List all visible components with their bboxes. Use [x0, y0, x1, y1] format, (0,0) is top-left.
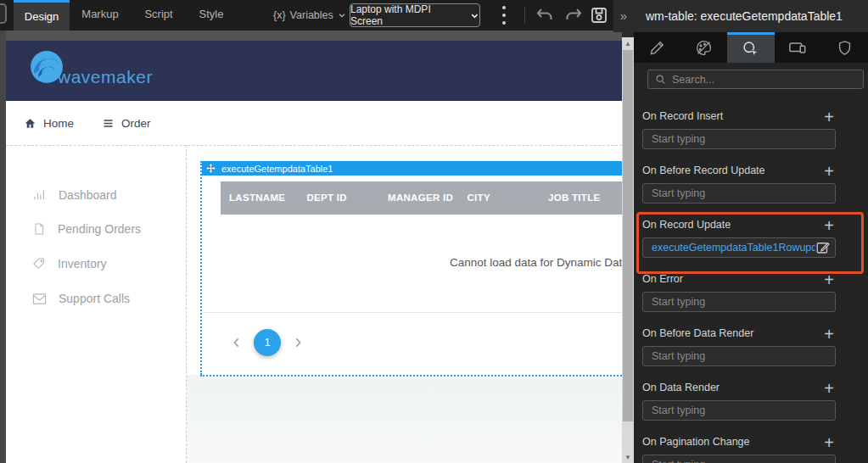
home-icon [24, 117, 36, 130]
add-event-button[interactable]: + [820, 107, 837, 127]
sidebar-item-inventory[interactable]: Inventory [32, 257, 107, 271]
canvas-frame [0, 31, 622, 41]
event-input[interactable] [642, 292, 836, 312]
event-input[interactable] [642, 400, 836, 421]
event-label: On Record Insert [642, 110, 723, 122]
selected-widget-titlebar[interactable]: executeGetempdataTable1 [202, 161, 622, 176]
tab-style[interactable]: Style [190, 0, 232, 31]
envelope-icon [32, 293, 47, 305]
add-event-button[interactable]: + [820, 161, 837, 181]
panel-tab-styles[interactable] [680, 32, 727, 63]
panel-tab-devices[interactable] [775, 32, 821, 63]
variables-menu[interactable]: {x} Variables [273, 0, 346, 31]
column-header[interactable]: LASTNAME [229, 181, 304, 215]
add-event-button[interactable]: + [820, 378, 837, 399]
add-event-button[interactable]: + [820, 215, 837, 236]
tab-markup-label: Markup [81, 8, 118, 20]
device-selector-value: Laptop with MDPI Screen [350, 3, 463, 27]
search-input[interactable] [672, 74, 842, 86]
pagination-next-button[interactable] [291, 336, 305, 349]
double-chevron-right-icon: » [620, 8, 627, 23]
event-label: On Error [642, 273, 683, 285]
pagination-prev-button[interactable] [230, 336, 244, 349]
chevron-down-icon [470, 11, 479, 20]
sidebar-inventory-label: Inventory [58, 257, 107, 271]
brand-name: wavemaker [58, 67, 153, 87]
nav-home-label: Home [43, 117, 74, 130]
event-input[interactable] [642, 455, 836, 463]
tab-style-label: Style [199, 8, 224, 20]
device-selector[interactable]: Laptop with MDPI Screen [350, 3, 480, 27]
event-section-on-error: On Error + [634, 270, 868, 324]
app-navbar: Home Order [6, 101, 622, 145]
add-event-button[interactable]: + [820, 270, 837, 290]
search-icon [655, 74, 666, 85]
tag-icon [32, 257, 46, 271]
launcher-button[interactable] [0, 3, 7, 24]
chevron-down-icon [338, 11, 346, 20]
more-options-button[interactable] [499, 6, 509, 25]
undo-icon [535, 5, 555, 25]
nav-item-home[interactable]: Home [24, 101, 74, 145]
shield-icon [837, 40, 853, 56]
bar-chart-icon [32, 187, 47, 202]
tab-markup[interactable]: Markup [75, 0, 126, 31]
widget-selection-border [200, 161, 202, 375]
devices-icon [788, 38, 807, 57]
column-header[interactable]: CITY [468, 181, 546, 215]
design-canvas[interactable]: wavemaker Home Order Dashboard Pending O… [6, 41, 622, 463]
panel-tab-events[interactable] [727, 32, 774, 63]
palette-icon [695, 39, 713, 57]
pagination-divider [202, 312, 622, 313]
redo-button[interactable] [563, 5, 584, 25]
panel-title: wm-table: executeGetempdataTable1 [634, 0, 868, 32]
scroll-down-arrow-icon[interactable]: ▼ [622, 451, 634, 463]
canvas-scrollbar[interactable]: ▲ ▼ [622, 32, 634, 463]
scroll-up-arrow-icon[interactable]: ▲ [622, 37, 634, 49]
panel-tab-properties[interactable] [634, 32, 680, 63]
event-section-on-pagination-change: On Pagination Change + [634, 432, 868, 463]
sidebar-item-support-calls[interactable]: Support Calls [32, 292, 130, 305]
tab-script[interactable]: Script [136, 0, 182, 31]
event-section-on-data-render: On Data Render + [634, 378, 868, 432]
event-input[interactable] [642, 183, 836, 204]
save-button[interactable] [589, 5, 609, 25]
sidebar-pending-orders-label: Pending Orders [58, 222, 141, 236]
events-click-icon [742, 40, 759, 58]
edit-icon[interactable] [815, 240, 831, 255]
event-input[interactable] [642, 129, 836, 149]
sidebar-support-calls-label: Support Calls [59, 292, 130, 305]
event-input[interactable] [642, 346, 836, 366]
app-header[interactable]: wavemaker [6, 41, 622, 101]
event-section-on-record-update: On Record Update + executeGetempdataTabl… [634, 215, 868, 270]
scrollbar-thumb[interactable] [623, 50, 633, 421]
event-label: On Data Render [642, 382, 720, 393]
column-header[interactable]: DEPT ID [307, 181, 385, 215]
layout-guide-horizontal [6, 145, 622, 146]
document-icon [32, 222, 46, 236]
panel-search [647, 70, 864, 89]
tab-design[interactable]: Design [14, 0, 70, 31]
page-lower-background [187, 375, 622, 463]
event-section-on-before-record-update: On Before Record Update + [634, 161, 868, 215]
event-handler-link[interactable]: executeGetempdataTable1Rowupdate [643, 242, 815, 254]
sidebar-item-dashboard[interactable]: Dashboard [32, 187, 117, 202]
nav-item-order[interactable]: Order [102, 101, 151, 145]
column-header[interactable]: MANAGER ID [388, 181, 464, 215]
widget-title: executeGetempdataTable1 [221, 164, 333, 174]
sidebar-item-pending-orders[interactable]: Pending Orders [32, 222, 141, 236]
panel-tab-security[interactable] [821, 32, 868, 63]
move-icon [206, 164, 216, 173]
collapse-panel-button[interactable]: » [613, 0, 634, 32]
table-header-row: LASTNAME DEPT ID MANAGER ID CITY JOB TIT… [221, 181, 622, 215]
sidebar-dashboard-label: Dashboard [59, 188, 117, 202]
add-event-button[interactable]: + [820, 432, 837, 453]
undo-button[interactable] [535, 5, 555, 25]
nav-order-label: Order [121, 117, 151, 130]
tab-script-label: Script [144, 8, 172, 20]
add-event-button[interactable]: + [820, 324, 837, 344]
event-label: On Before Data Render [642, 327, 753, 339]
pagination-page-1[interactable]: 1 [254, 329, 281, 356]
column-header[interactable]: JOB TITLE [548, 181, 622, 215]
redo-icon [563, 5, 584, 25]
